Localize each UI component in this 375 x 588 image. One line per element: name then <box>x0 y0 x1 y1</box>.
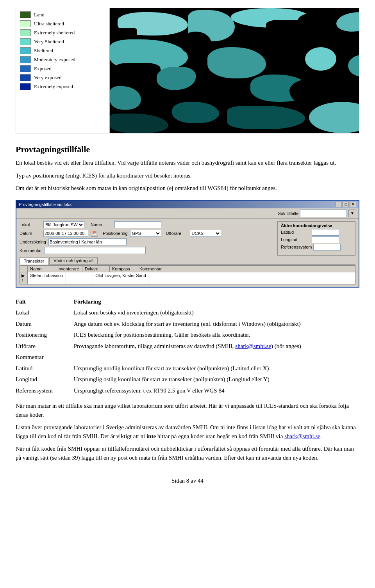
legend-color-swatch <box>20 74 31 81</box>
legend-item: Ultra sheltered <box>20 20 105 27</box>
namn-label: Namn <box>91 222 112 227</box>
form-toolbar: Sök tillfälle ▼ <box>16 208 359 219</box>
b5-end-text: . <box>320 433 322 439</box>
td-inventerare <box>66 272 93 284</box>
legend-item-label: Land <box>34 12 45 18</box>
search-input[interactable] <box>300 210 347 217</box>
left-form-fields: Lokal Blå Jungfrun SW Namn Datum 📅 Posit… <box>20 221 274 256</box>
undersokning-input[interactable] <box>48 238 127 245</box>
referenssystem-row: Referenssystem <box>281 244 352 250</box>
body-paragraph-3: När ni fått koden från SMHI öppnar ni ti… <box>16 444 359 462</box>
form-titlebar: Provtagningstillfälle vid lokal _ □ ✕ <box>16 201 359 208</box>
positionering-select[interactable]: GPS <box>130 230 161 237</box>
legend-color-swatch <box>20 83 31 90</box>
section-heading: Provtagningstillfälle <box>16 144 359 155</box>
fields-table: FältFörklaringLokalLokal som besöks vid … <box>16 296 359 396</box>
p4-text: Om det är ett historiskt besök som matas… <box>16 185 277 191</box>
field-row: PositioneringICES beteckning för positio… <box>16 329 359 341</box>
datum-row: Datum 📅 Positionering GPS Utförare UCKS <box>20 230 274 237</box>
kommentar-row: Kommentar <box>20 247 274 254</box>
legend-item-label: Very Sheltered <box>34 39 64 45</box>
legend-color-swatch <box>20 47 31 54</box>
top-form-area: Lokal Blå Jungfrun SW Namn Datum 📅 Posit… <box>20 221 355 256</box>
field-name: Datum <box>16 318 74 330</box>
kommentar-label: Kommentar <box>20 248 42 253</box>
paragraph-1: En lokal besöks vid ett eller flera till… <box>16 158 359 167</box>
legend-color-swatch <box>20 11 31 18</box>
koordinat-box: Äldre koordinatangivelse Latitud Longitu… <box>277 221 355 256</box>
legend-item: Sheltered <box>20 47 105 54</box>
field-name: Latitud <box>16 363 74 374</box>
field-explanation: Lokal som besöks vid inventeringen (obli… <box>74 307 359 318</box>
th-kompass: Kompass <box>110 266 137 272</box>
td-dykare: Olof Lövgren, Krister Sand <box>93 272 149 284</box>
datum-calendar-button[interactable]: 📅 <box>91 230 98 237</box>
page-footer: Sidan 8 av 44 <box>16 478 359 484</box>
namn-input[interactable] <box>114 221 161 228</box>
p3-text: Typ av positionering (enligt ICES) för a… <box>16 172 192 179</box>
legend-item-label: Sheltered <box>34 48 53 54</box>
legend-panel: LandUltra shelteredExtremely shelteredVe… <box>16 8 110 133</box>
close-button[interactable]: ✕ <box>350 202 356 207</box>
tabs-bar: Transekter Väder och hydrografi <box>20 257 355 265</box>
longitud-input[interactable] <box>312 236 339 243</box>
th-dykare: Dykare <box>82 266 110 272</box>
table-row: ▶ 1 Stefan Tobiasson Olof Lövgren, Krist… <box>20 272 355 284</box>
field-name: Longitud <box>16 374 74 385</box>
b6-text: När ni fått koden från SMHI öppnar ni ti… <box>16 446 322 452</box>
field-explanation <box>74 352 359 363</box>
latitud-input[interactable] <box>312 229 339 236</box>
field-row: LatitudUrsprunglig nordlig koordinat för… <box>16 363 359 374</box>
field-row: UtförareProvtagande laboratorium, tilläg… <box>16 341 359 352</box>
field-explanation: Provtagande laboratorium, tillägg admini… <box>74 341 359 352</box>
lokal-select[interactable]: Blå Jungfrun SW <box>43 221 84 228</box>
p2-text: Vid varje tillfälle noteras väder och ba… <box>117 160 336 166</box>
tab-transekter[interactable]: Transekter <box>20 258 48 265</box>
referenssystem-input[interactable] <box>313 244 341 250</box>
b5-bold-text: inte <box>146 433 156 439</box>
footer-text: Sidan 8 av 44 <box>171 478 204 484</box>
field-name: Lokal <box>16 307 74 318</box>
search-label: Sök tillfälle <box>278 211 299 216</box>
email-link-1[interactable]: shark@smhi.se <box>284 433 320 439</box>
legend-color-swatch <box>20 20 31 27</box>
field-name: Fält <box>16 296 74 307</box>
legend-color-swatch <box>20 29 31 36</box>
field-explanation: Förklaring <box>74 296 359 307</box>
lokal-row: Lokal Blå Jungfrun SW Namn <box>20 221 274 228</box>
lokal-label: Lokal <box>20 222 41 227</box>
latitud-label: Latitud <box>281 230 310 234</box>
legend-item: Land <box>20 11 105 18</box>
field-name: Kommentar <box>16 352 74 363</box>
b5-cont-text: hittar på egna koder utan begär en kod f… <box>156 433 284 439</box>
field-name: Referenssystem <box>16 385 74 396</box>
datum-input[interactable] <box>43 230 88 237</box>
search-button[interactable]: ▼ <box>348 210 356 217</box>
field-row: ReferenssystemUrsprungligt referenssyste… <box>16 385 359 396</box>
tab-vader[interactable]: Väder och hydrografi <box>49 257 98 264</box>
maximize-button[interactable]: □ <box>343 202 349 207</box>
minimize-button[interactable]: _ <box>335 202 341 207</box>
legend-item: Extremely exposed <box>20 83 105 90</box>
kommentar-input[interactable] <box>44 247 146 254</box>
field-explanation: Ursprunglig nordlig koordinat för start … <box>74 363 359 374</box>
table-header: Namn Inventerare Dykare Kompass Kommenta… <box>20 266 355 272</box>
legend-item: Very Sheltered <box>20 38 105 45</box>
legend-item: Moderately exposed <box>20 56 105 63</box>
referenssystem-label: Referenssystem <box>281 245 312 249</box>
field-name: Positionering <box>16 329 74 341</box>
field-explanation: Ursprungligt referenssystem, t ex RT90 2… <box>74 385 359 396</box>
longitud-row: Longitud <box>281 236 352 243</box>
b1-text: När man matar in ett tillfälle ska man a… <box>16 403 207 409</box>
undersokning-row: Undersökning <box>20 238 274 245</box>
legend-item-label: Extremely sheltered <box>34 30 75 36</box>
form-title: Provtagningstillfälle vid lokal <box>19 202 73 207</box>
utforare-select[interactable]: UCKS <box>190 230 221 237</box>
legend-item-label: Ultra sheltered <box>34 21 64 27</box>
positionering-label: Positionering <box>103 231 128 236</box>
th-kommentar: Kommentar <box>137 266 355 272</box>
map-image <box>110 8 359 133</box>
field-explanation: Ursprunglig ostlig koordinat för start a… <box>74 374 359 385</box>
utforare-email-link[interactable]: shark@smhi.se <box>235 343 271 349</box>
body-paragraph-1: När man matar in ett tillfälle ska man a… <box>16 401 359 419</box>
